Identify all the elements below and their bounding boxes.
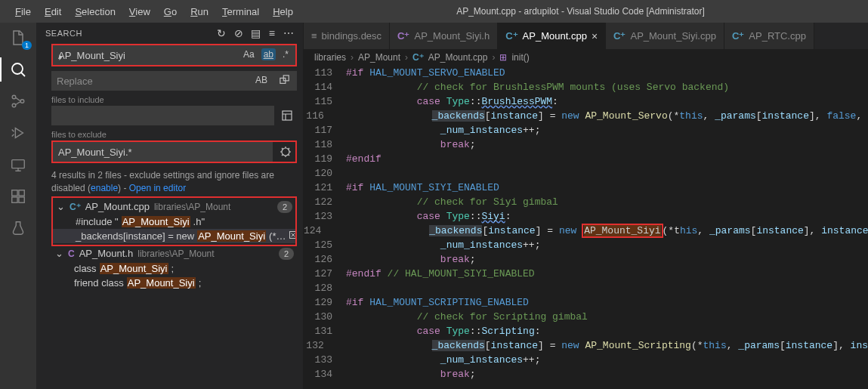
cpp-file-icon: C⁺ bbox=[412, 52, 424, 63]
activity-testing-icon[interactable] bbox=[9, 219, 27, 237]
line-number: 124 bbox=[304, 224, 335, 238]
menu-go[interactable]: Go bbox=[158, 3, 183, 20]
files-exclude-input[interactable] bbox=[53, 142, 273, 162]
menu-bar: File Edit Selection View Go Run Terminal… bbox=[9, 3, 299, 20]
new-editor-icon[interactable]: ▤ bbox=[251, 27, 261, 39]
line-number: 128 bbox=[304, 281, 346, 295]
activity-explorer-icon[interactable]: 1 bbox=[9, 29, 27, 47]
line-number: 125 bbox=[304, 238, 346, 252]
editor-group: ≡bindings.descC⁺AP_Mount_Siyi.hC⁺AP_Moun… bbox=[304, 23, 868, 389]
svg-rect-6 bbox=[12, 197, 17, 202]
line-number: 118 bbox=[304, 137, 346, 152]
breadcrumb[interactable]: libraries› AP_Mount› C⁺ AP_Mount.cpp› ⊞ … bbox=[304, 49, 868, 66]
svg-rect-7 bbox=[19, 197, 24, 202]
regex-icon[interactable]: .* bbox=[280, 48, 291, 60]
close-icon[interactable]: × bbox=[592, 30, 598, 42]
menu-edit[interactable]: Edit bbox=[39, 3, 67, 20]
menu-help[interactable]: Help bbox=[267, 3, 299, 20]
activity-bar: 1 bbox=[0, 23, 36, 389]
line-number: 133 bbox=[304, 353, 346, 367]
tab[interactable]: C⁺AP_Mount.cpp× bbox=[498, 23, 606, 49]
only-open-editors-icon[interactable] bbox=[277, 106, 297, 125]
tab-label: AP_Mount_Siyi.cpp bbox=[630, 30, 715, 42]
tab[interactable]: C⁺AP_Mount_Siyi.h bbox=[390, 23, 498, 49]
menu-terminal[interactable]: Terminal bbox=[216, 3, 265, 20]
file-icon: ≡ bbox=[311, 30, 317, 42]
svg-point-0 bbox=[12, 63, 23, 74]
line-number: 131 bbox=[304, 324, 346, 338]
menu-file[interactable]: File bbox=[9, 3, 37, 20]
results-group-2: ⌄ C AP_Mount.h libraries\AP_Mount 2 clas… bbox=[51, 246, 297, 290]
svg-point-2 bbox=[12, 103, 16, 107]
line-number: 129 bbox=[304, 295, 346, 310]
tab[interactable]: C⁺AP_Mount_Siyi.cpp bbox=[606, 23, 724, 49]
result-match[interactable]: _backends[instance] = new AP_Mount_Siyi(… bbox=[53, 229, 295, 243]
menu-selection[interactable]: Selection bbox=[69, 3, 121, 20]
refresh-icon[interactable]: ↻ bbox=[217, 27, 227, 39]
tab-bar: ≡bindings.descC⁺AP_Mount_Siyi.hC⁺AP_Moun… bbox=[304, 23, 868, 49]
enable-link[interactable]: enable bbox=[91, 183, 118, 193]
preserve-case-icon[interactable]: AB bbox=[253, 74, 270, 88]
activity-remote-icon[interactable] bbox=[9, 156, 27, 174]
match-case-icon[interactable]: Aa bbox=[241, 48, 257, 60]
activity-debug-icon[interactable] bbox=[9, 124, 27, 142]
chevron-down-icon[interactable]: ⌄ bbox=[54, 248, 63, 259]
svg-point-3 bbox=[20, 100, 24, 103]
h-file-icon: C bbox=[68, 249, 75, 259]
tab-label: AP_Mount_Siyi.h bbox=[414, 30, 490, 42]
activity-scm-icon[interactable] bbox=[9, 92, 27, 110]
collapse-icon[interactable]: ⋯ bbox=[283, 27, 295, 39]
line-number: 132 bbox=[304, 338, 338, 353]
result-match[interactable]: class AP_Mount_Siyi; bbox=[51, 261, 297, 276]
match-count-badge: 2 bbox=[279, 248, 294, 260]
line-number: 114 bbox=[304, 80, 346, 94]
match-count-badge: 2 bbox=[277, 201, 292, 213]
line-number: 127 bbox=[304, 267, 346, 281]
code-editor[interactable]: 113#if HAL_MOUNT_SERVO_ENABLED114 // che… bbox=[304, 66, 868, 381]
menu-run[interactable]: Run bbox=[184, 3, 215, 20]
line-number: 120 bbox=[304, 166, 346, 181]
line-number: 115 bbox=[304, 94, 346, 109]
tab[interactable]: C⁺AP_RTC.cpp bbox=[724, 23, 814, 49]
toggle-replace-chevron-icon[interactable] bbox=[56, 53, 66, 63]
result-file[interactable]: ⌄ C⁺ AP_Mount.cpp libraries\AP_Mount 2 bbox=[53, 199, 295, 215]
tab-label: bindings.desc bbox=[322, 30, 382, 42]
files-exclude-label: files to exclude bbox=[51, 130, 297, 139]
svg-point-1 bbox=[12, 95, 16, 99]
result-file[interactable]: ⌄ C AP_Mount.h libraries\AP_Mount 2 bbox=[51, 246, 297, 261]
activity-extensions-icon[interactable] bbox=[9, 187, 27, 205]
window-title: AP_Mount.cpp - ardupilot - Visual Studio… bbox=[299, 6, 862, 17]
dismiss-match-icon[interactable] bbox=[289, 230, 295, 242]
open-in-editor-link[interactable]: Open in editor bbox=[129, 183, 186, 193]
result-match[interactable]: #include "AP_Mount_Siyi.h" bbox=[53, 215, 295, 229]
search-panel-title: SEARCH bbox=[45, 29, 82, 38]
line-number: 130 bbox=[304, 310, 346, 324]
tab[interactable]: ≡bindings.desc bbox=[304, 23, 390, 49]
results-summary: 4 results in 2 files - exclude settings … bbox=[51, 169, 297, 195]
line-number: 123 bbox=[304, 209, 346, 224]
menu-view[interactable]: View bbox=[123, 3, 156, 20]
whole-word-icon[interactable]: ab bbox=[261, 48, 276, 60]
explorer-badge: 1 bbox=[22, 41, 32, 50]
line-number: 117 bbox=[304, 123, 346, 137]
tab-label: AP_RTC.cpp bbox=[749, 30, 806, 42]
replace-all-icon[interactable] bbox=[277, 74, 292, 88]
search-panel: SEARCH ↻ ⊘ ▤ ≡ ⋯ Aa ab .* bbox=[36, 23, 304, 389]
result-match[interactable]: friend class AP_Mount_Siyi; bbox=[51, 276, 297, 290]
tab-label: AP_Mount.cpp bbox=[523, 30, 587, 42]
clear-icon[interactable]: ⊘ bbox=[234, 27, 244, 39]
files-include-label: files to include bbox=[51, 95, 297, 104]
activity-search-icon[interactable] bbox=[9, 60, 27, 79]
use-exclude-settings-icon[interactable] bbox=[276, 142, 295, 162]
svg-rect-8 bbox=[19, 190, 24, 196]
svg-rect-11 bbox=[283, 111, 292, 120]
line-number: 119 bbox=[304, 152, 346, 166]
line-number: 116 bbox=[304, 109, 338, 123]
files-include-input[interactable] bbox=[51, 106, 274, 125]
file-icon: C⁺ bbox=[505, 30, 517, 42]
line-number: 126 bbox=[304, 252, 346, 267]
svg-rect-5 bbox=[12, 190, 17, 196]
chevron-down-icon[interactable]: ⌄ bbox=[56, 201, 65, 212]
view-mode-icon[interactable]: ≡ bbox=[269, 27, 276, 39]
svg-rect-4 bbox=[12, 160, 25, 168]
